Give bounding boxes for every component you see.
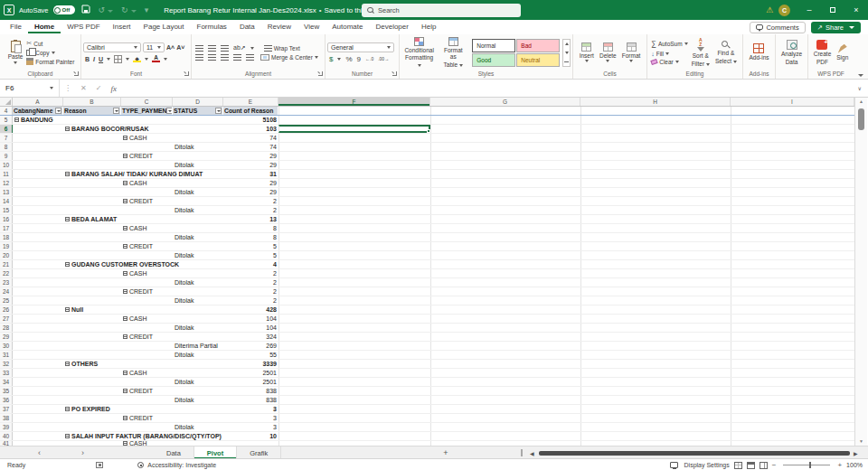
cell-G10[interactable] [430,161,580,169]
cell-B16[interactable]: BEDA ALAMAT [63,215,121,223]
cell-H13[interactable] [580,188,731,196]
cell-A27[interactable] [13,315,63,323]
cell-A15[interactable] [13,206,63,214]
sheet-tab-pivot[interactable]: Pivot [194,446,237,459]
cell-B23[interactable] [63,278,121,287]
align-left-icon[interactable] [195,54,203,61]
cell-F39[interactable] [278,423,430,431]
cell-B31[interactable] [63,351,121,359]
cell-H11[interactable] [580,170,731,178]
cell-A23[interactable] [13,278,63,287]
cell-C32[interactable] [121,360,173,368]
cell-I15[interactable] [731,206,854,214]
cell-C36[interactable] [121,396,173,404]
cell-F27[interactable] [278,315,430,323]
cell-F25[interactable] [278,296,430,305]
collapse-icon[interactable] [123,154,127,158]
cell-E20[interactable]: 5 [223,251,278,259]
cell-C37[interactable] [121,405,173,413]
cell-A10[interactable] [13,161,63,169]
row-number[interactable]: 13 [0,188,13,196]
cell-B19[interactable] [63,242,121,250]
accounting-format-icon[interactable]: $ [329,55,333,63]
align-middle-icon[interactable] [208,45,216,52]
accessibility-status[interactable]: Accessibility: Investigate [147,462,216,468]
tab-formulas[interactable]: Formulas [191,21,233,33]
column-header-B[interactable]: B [63,98,121,106]
cell-D36[interactable]: Ditolak [173,396,223,404]
cell-H5[interactable] [580,116,731,124]
cell-I34[interactable] [731,378,854,386]
cell-B9[interactable] [63,152,121,160]
row-number[interactable]: 20 [0,251,13,259]
cell-C19[interactable]: CREDIT [121,242,173,250]
cell-B17[interactable] [63,224,121,232]
cell-F10[interactable] [278,161,430,169]
hscroll-left-icon[interactable]: ◀ [530,446,534,459]
tab-file[interactable]: File [4,21,28,33]
increase-indent-icon[interactable] [246,54,254,61]
cell-D19[interactable] [173,242,223,250]
row-number[interactable]: 4 [0,107,13,115]
row-number[interactable]: 12 [0,179,13,187]
cell-E12[interactable]: 29 [223,179,278,187]
cell-H7[interactable] [580,134,731,142]
cell-G35[interactable] [430,387,580,395]
cell-F30[interactable] [278,342,430,350]
cell-F34[interactable] [278,378,430,386]
cell-E5[interactable]: 5108 [223,116,278,124]
vertical-scrollbar[interactable]: ▲ ▼ [854,98,867,446]
style-neutral[interactable]: Neutral [516,53,560,67]
clear-button[interactable]: Clear [651,59,687,65]
tab-insert[interactable]: Insert [107,21,137,33]
selected-cell-F6[interactable] [278,125,430,133]
cell-E28[interactable]: 104 [223,324,278,332]
create-pdf-button[interactable]: CreatePDF [812,40,834,65]
sort-filter-button[interactable]: AZSort &Filter [690,38,712,67]
filter-icon[interactable] [113,108,119,114]
fill-handle[interactable] [427,129,430,133]
cell-G24[interactable] [430,287,580,296]
cell-A13[interactable] [13,188,63,196]
align-bottom-icon[interactable] [221,45,229,52]
cell-C24[interactable]: CREDIT [121,287,173,296]
row-number[interactable]: 23 [0,278,13,287]
cell-E26[interactable]: 428 [223,306,278,314]
account-avatar[interactable]: C [778,5,790,16]
cell-B28[interactable] [63,324,121,332]
cell-C27[interactable]: CASH [121,315,173,323]
cell-C29[interactable]: CREDIT [121,333,173,341]
cell-H16[interactable] [580,215,731,223]
cell-H6[interactable] [580,125,731,133]
scrollbar-splitter[interactable] [521,449,523,456]
cell-F9[interactable] [278,152,430,160]
row-number[interactable]: 27 [0,315,13,323]
cell-G4[interactable] [430,107,580,115]
style-bad[interactable]: Bad [516,39,560,52]
cell-B14[interactable] [63,197,121,205]
cell-C35[interactable]: CREDIT [121,387,173,395]
collapse-icon[interactable] [65,217,70,221]
cell-I25[interactable] [731,296,854,305]
expand-formula-bar-icon[interactable]: ∨ [852,85,868,91]
cell-D38[interactable] [173,414,223,422]
cell-B12[interactable] [63,179,121,187]
cell-C5[interactable] [121,116,173,124]
cell-F23[interactable] [278,278,430,287]
cell-G14[interactable] [430,197,580,205]
cell-A32[interactable] [13,360,63,368]
cell-A21[interactable] [13,260,63,268]
collapse-icon[interactable] [123,289,127,294]
cell-G13[interactable] [430,188,580,196]
cell-A35[interactable] [13,387,63,395]
tab-home[interactable]: Home [28,21,61,33]
cell-H36[interactable] [580,396,731,404]
cell-C14[interactable]: CREDIT [121,197,173,205]
cell-E24[interactable]: 2 [223,287,278,296]
font-dialog-launcher-icon[interactable] [184,71,189,76]
cell-C10[interactable] [121,161,173,169]
cell-A29[interactable] [13,333,63,341]
addins-button[interactable]: Add-ins [747,43,770,61]
zoom-level[interactable]: 100% [846,462,863,468]
cell-I37[interactable] [731,405,854,413]
